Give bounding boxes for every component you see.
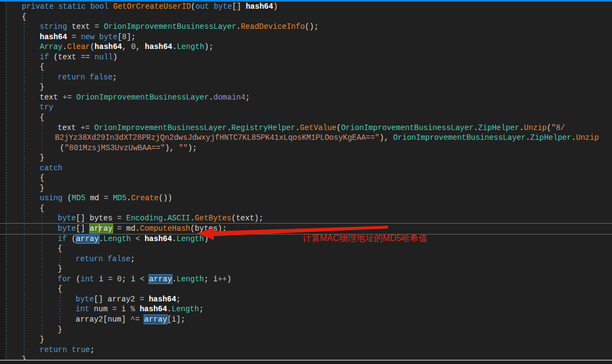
code-token: byte [214,2,232,11]
code-token: Unzip [524,124,547,132]
code-token: new [81,33,95,41]
code-token: for [58,275,71,283]
code-token: MD5 [72,194,85,202]
code-token: = [95,22,99,31]
code-token: ( [63,194,72,202]
code-token: hash64 [145,42,172,51]
code-token: B2jYz38Xd29In3dXT28PRzjQn2dwsJdwxyjfHNTC… [55,133,380,142]
code-token: (); [305,22,318,31]
code-token [135,305,139,313]
code-token: . [172,42,177,51]
code-token: = [72,33,76,41]
code-token: ReadDeviceInfo [241,22,305,31]
highlighted-symbol-definition[interactable]: array [90,224,113,233]
code-token: [] array2 [94,295,140,304]
code-token: ()) [159,194,172,202]
code-token: Create [131,194,158,202]
code-token: { [58,244,62,253]
code-token: 8 [122,33,126,41]
code-token: { [58,285,62,293]
code-token: return [76,255,103,263]
code-token: ); [205,42,214,51]
code-token: . [127,194,131,202]
code-line-30: byte[] array2 = hash64; [0,294,612,305]
code-token: i [117,305,131,313]
code-line-26: return false; [0,254,612,264]
code-token: Array [40,42,63,51]
code-line-4: hash64 = new byte[8]; [0,32,612,42]
code-token [145,275,149,283]
code-line-18: { [0,173,612,183]
code-token: . [520,124,524,132]
code-token: text [58,124,81,132]
code-token [67,346,71,354]
code-token: = [112,305,116,313]
code-token: { [40,63,44,71]
bottom-strip [0,361,612,364]
code-line-9: } [0,82,612,92]
code-token: . [163,214,167,223]
code-line-3: string text = OrionImprovementBusinessLa… [0,22,612,32]
code-token: } [58,264,62,273]
code-view[interactable]: private static bool GetOrCreateUserID(ou… [0,2,612,364]
code-token: hash64 [40,33,67,41]
code-token: domain4 [213,93,245,102]
code-token: text [67,22,94,31]
code-token: false [108,255,131,263]
code-token: . [172,275,176,283]
code-token: } [40,335,44,344]
code-token: { [22,13,26,21]
code-token: } [40,153,44,162]
code-token: { [40,204,44,213]
code-token: ^= [131,315,140,324]
code-token: (text [49,53,81,61]
code-token: Length [177,42,204,51]
highlighted-symbol-reference[interactable]: array [76,235,99,243]
code-token: OrionImprovementBusinessLayer [94,124,227,132]
code-token: false [90,73,113,82]
code-token: num [89,305,112,313]
code-token: } [40,184,44,193]
code-token: if [58,235,67,243]
code-token: hash64 [149,295,176,304]
code-token [76,33,81,41]
code-token: OrionImprovementBusinessLayer [104,22,237,31]
code-token: Length [177,275,204,283]
code-line-21: { [0,203,612,214]
code-token: = [117,214,121,223]
code-token: return [58,73,85,82]
code-token: Length [103,235,131,243]
code-line-5: Array.Clear(hash64, 0, hash64.Length); [0,42,612,52]
code-token: ) [113,53,117,61]
code-token: ; [90,346,94,354]
highlighted-symbol-reference[interactable]: array [144,315,167,324]
code-token: % [131,305,135,313]
code-line-2: { [0,12,612,22]
code-line-12: { [0,113,612,123]
code-token: = [108,275,112,283]
code-token: . [172,235,176,243]
code-token: true [72,346,90,354]
code-token: ) [273,2,277,11]
code-token: Length [172,305,199,313]
code-token: ; [131,255,135,263]
code-token: null [95,53,113,61]
highlighted-symbol-reference[interactable]: array [149,275,172,283]
code-token: [] bytes [76,214,118,223]
code-token: ; [113,73,117,82]
code-token: OrionImprovementBusinessLayer [393,133,526,142]
code-line-13: text += OrionImprovementBusinessLayer.Re… [0,123,612,133]
code-token: byte [99,33,118,41]
code-token: string [40,22,67,31]
code-token: md [85,194,104,202]
code-token: hash64 [95,42,122,51]
code-token: OrionImprovementBusinessLayer [341,124,474,132]
code-token: using [40,194,63,202]
code-token: += [63,93,72,102]
code-token: = [140,295,144,304]
code-token: ( [67,235,76,243]
code-token: . [571,133,576,142]
code-token: . [236,22,240,31]
code-token: ]; [127,33,136,41]
code-token: Encoding [126,214,163,223]
